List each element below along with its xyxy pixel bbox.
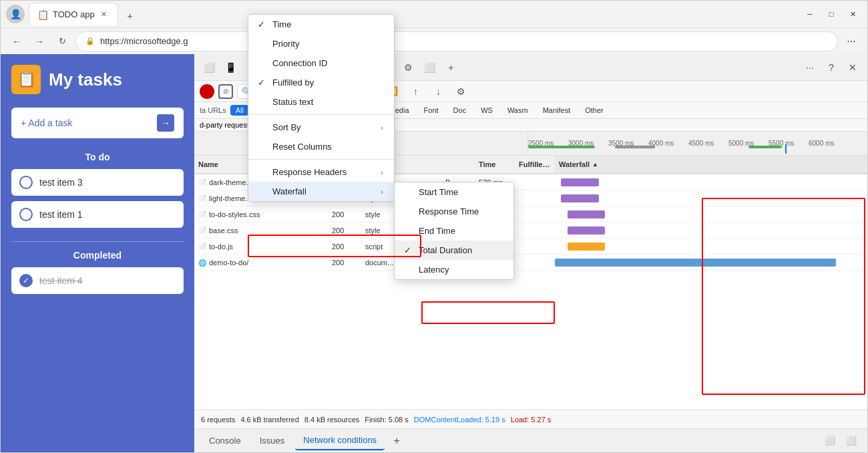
col-header-time[interactable]: Time [475, 160, 515, 168]
filter-doc[interactable]: Doc [448, 105, 472, 116]
task-checkbox-checked[interactable]: ✓ [19, 274, 33, 287]
tab-area: 📋 TODO app ✕ + [29, 3, 791, 25]
filter-wasm[interactable]: Wasm [502, 105, 533, 116]
user-avatar[interactable]: 👤 [6, 5, 25, 23]
upload-button[interactable]: ↑ [406, 82, 425, 101]
submenu-latency[interactable]: Latency [395, 260, 513, 279]
menu-item-time[interactable]: ✓ Time [248, 15, 394, 34]
waterfall-bar-js [555, 241, 867, 252]
menu-item-connection-id[interactable]: Connection ID [248, 53, 394, 73]
submenu-total-duration-label: Total Duration [419, 245, 472, 255]
submenu-end-time-label: End Time [419, 226, 455, 236]
todo-section-label: To do [11, 152, 184, 162]
task-item[interactable]: test item 3 [11, 169, 184, 196]
submenu-start-time[interactable]: Start Time [395, 182, 513, 202]
filter-font[interactable]: Font [419, 105, 444, 116]
close-button[interactable]: ✕ [843, 5, 862, 23]
row-name: 📄base.css [194, 226, 328, 235]
context-menu[interactable]: ✓ Time Priority Connection ID ✓ Fulfille… [248, 14, 395, 202]
row-status: 200 [328, 259, 361, 267]
menu-item-status-text[interactable]: Status text [248, 92, 394, 112]
add-task-button[interactable]: + Add a task → [11, 108, 184, 138]
menu-item-fulfilled-by-label: Fulfilled by [272, 78, 314, 88]
address-field[interactable]: 🔒 https://microsoftedge.g [75, 31, 838, 51]
transferred-size: 4.6 kB transferred [240, 416, 298, 424]
add-tool-button[interactable]: + [441, 58, 460, 77]
waterfall-submenu[interactable]: Start Time Response Time End Time ✓ Tota… [394, 182, 514, 280]
menu-item-fulfilled-by[interactable]: ✓ Fulfilled by [248, 73, 394, 92]
task-checkbox[interactable] [19, 176, 33, 189]
browser-tab[interactable]: 📋 TODO app ✕ [29, 3, 118, 25]
forward-button[interactable]: → [30, 32, 49, 51]
menu-item-response-headers[interactable]: Response Headers › [248, 162, 394, 182]
waterfall-bar [561, 194, 598, 202]
submenu-response-time-label: Response Time [419, 206, 479, 216]
menu-item-time-label: Time [272, 19, 291, 29]
submenu-arrow-icon2: › [381, 168, 383, 176]
tab-close-button[interactable]: ✕ [99, 9, 110, 20]
row-name: 📄to-do-styles.css [194, 210, 328, 218]
stop-button[interactable]: ⊘ [218, 84, 233, 99]
menu-item-response-headers-label: Response Headers [272, 167, 347, 177]
todo-sidebar: 📋 My tasks + Add a task → To do test ite… [1, 54, 194, 452]
filter-all[interactable]: All [230, 105, 249, 116]
check-mark: ✓ [258, 19, 267, 29]
todo-header: 📋 My tasks [11, 65, 184, 94]
network-row[interactable]: 📄to-do.js 200 script B 598 ms [194, 239, 867, 255]
refresh-button[interactable]: ↻ [53, 32, 71, 51]
menu-item-priority[interactable]: Priority [248, 34, 394, 53]
add-task-arrow-icon: → [157, 114, 174, 132]
settings-gear-button[interactable]: ⚙ [451, 82, 470, 101]
menu-item-waterfall[interactable]: Waterfall › Start Time Response Time End… [248, 182, 394, 201]
device-emulation-button[interactable]: 📱 [221, 58, 240, 77]
download-button[interactable]: ↓ [429, 82, 447, 101]
network-row[interactable]: 📄base.css 200 style B 574 ms [194, 222, 867, 239]
undock-button[interactable]: ⬜ [821, 432, 839, 450]
task-text-completed: test item 4 [39, 275, 83, 286]
menu-item-reset-columns[interactable]: Reset Columns [248, 137, 394, 156]
filter-ws[interactable]: WS [475, 105, 498, 116]
row-name: 🌐demo-to-do/ [194, 259, 328, 267]
dock-button[interactable]: ⬜ [842, 432, 861, 450]
devtools-close-button[interactable]: ✕ [843, 58, 862, 77]
submenu-end-time[interactable]: End Time [395, 221, 513, 241]
menu-item-reset-columns-label: Reset Columns [272, 142, 332, 152]
bottom-tabs: Console Issues Network conditions + ⬜ ⬜ [194, 428, 867, 452]
col-header-waterfall[interactable]: Waterfall ▲ [555, 156, 867, 173]
menu-item-sort-by[interactable]: Sort By › [248, 118, 394, 137]
maximize-button[interactable]: □ [822, 5, 841, 23]
inspect-element-button[interactable]: ⬜ [200, 58, 218, 77]
bottom-tab-console[interactable]: Console [201, 432, 249, 450]
task-checkbox[interactable] [19, 208, 33, 221]
submenu-response-time[interactable]: Response Time [395, 202, 513, 221]
filter-other[interactable]: Other [580, 105, 609, 116]
todo-app-icon: 📋 [11, 65, 41, 94]
col-header-fulfilled[interactable]: Fulfilled... [515, 160, 555, 168]
submenu-total-duration[interactable]: ✓ Total Duration [395, 241, 513, 260]
network-row[interactable]: 🌐demo-to-do/ 200 docum... Other 928 B 2.… [194, 255, 867, 271]
task-item-completed[interactable]: ✓ test item 4 [11, 267, 184, 294]
3rd-party-requests-label: d-party requests [200, 121, 252, 129]
menu-item-priority-label: Priority [272, 39, 299, 49]
menu-item-sort-by-label: Sort By [272, 122, 301, 132]
back-button[interactable]: ← [7, 32, 26, 51]
settings-button[interactable]: ⚙ [399, 58, 417, 77]
load-time: Load: 5.27 s [511, 416, 552, 424]
bottom-tab-network-conditions[interactable]: Network conditions [295, 431, 385, 450]
more-tools-button[interactable]: ··· [801, 58, 819, 77]
filter-manifest[interactable]: Manifest [537, 105, 576, 116]
network-row[interactable]: 📄to-do-styles.css 200 style B 573 ms [194, 206, 867, 222]
add-tab-button[interactable]: + [387, 432, 406, 450]
task-text: test item 1 [39, 209, 83, 220]
new-tab-button[interactable]: + [121, 7, 140, 25]
minimize-button[interactable]: ─ [801, 5, 819, 23]
tab-page-icon: 📋 [37, 9, 49, 20]
help-button[interactable]: ? [822, 58, 841, 77]
layout-button[interactable]: ⬜ [420, 58, 439, 77]
task-text: test item 3 [39, 177, 83, 188]
timeline-gray-bar [615, 146, 655, 148]
browser-menu-button[interactable]: ··· [842, 32, 861, 51]
task-item[interactable]: test item 1 [11, 201, 184, 228]
bottom-tab-issues[interactable]: Issues [252, 432, 293, 450]
record-button[interactable] [200, 84, 214, 99]
